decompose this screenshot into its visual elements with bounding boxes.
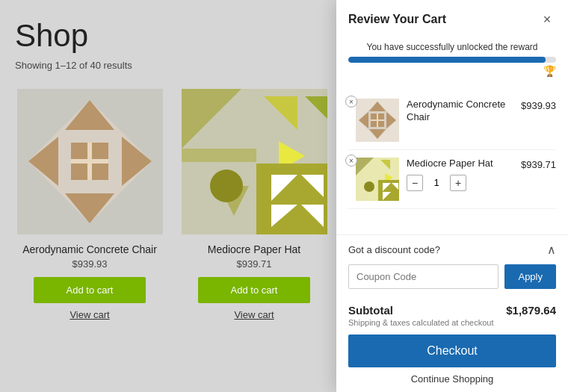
cart-overlay: Review Your Cart × You have successfully… xyxy=(336,0,568,392)
chevron-up-icon: ∧ xyxy=(547,243,556,257)
product-pattern-1 xyxy=(17,89,163,234)
subtotal-amount: $1,879.64 xyxy=(506,304,556,317)
svg-rect-35 xyxy=(378,113,384,119)
product-price-1: $939.93 xyxy=(72,258,108,270)
product-price-2: $939.71 xyxy=(237,258,272,270)
subtotal-note: Shipping & taxes calculated at checkout xyxy=(348,318,556,327)
quantity-value-2: 1 xyxy=(429,177,444,188)
discount-label: Got a discount code? xyxy=(348,244,440,255)
reward-bar-fill xyxy=(348,57,546,63)
svg-rect-34 xyxy=(371,113,377,119)
apply-coupon-button[interactable]: Apply xyxy=(504,264,556,289)
cart-item-name-1: Aerodynamic Concrete Chair xyxy=(407,99,513,124)
checkout-button[interactable]: Checkout xyxy=(348,335,556,367)
svg-marker-21 xyxy=(256,164,327,234)
coupon-input[interactable] xyxy=(348,264,498,289)
quantity-control-2: − 1 + xyxy=(407,175,513,191)
reward-progress-bar xyxy=(348,57,556,63)
view-cart-link-2[interactable]: View cart xyxy=(234,309,274,320)
remove-item-2-button[interactable]: × xyxy=(345,155,357,167)
close-cart-button[interactable]: × xyxy=(538,10,556,28)
svg-rect-7 xyxy=(71,143,88,160)
cart-header: Review Your Cart × xyxy=(336,0,568,36)
svg-point-42 xyxy=(364,181,374,192)
reward-text: You have successfully unlocked the rewar… xyxy=(348,42,556,52)
remove-item-1-button[interactable]: × xyxy=(345,96,357,108)
product-image-2 xyxy=(182,89,327,234)
cart-item-thumb-2 xyxy=(356,158,399,201)
product-name-2: Mediocre Paper Hat xyxy=(208,243,301,255)
svg-rect-36 xyxy=(371,121,377,127)
product-name-1: Aerodynamic Concrete Chair xyxy=(22,243,157,255)
cart-item-1: × Aerodynamic Concrete Chair xyxy=(348,91,556,150)
cart-item-price-2: $939.71 xyxy=(521,158,556,170)
product-image-1 xyxy=(17,89,163,234)
cart-item-thumb-1 xyxy=(356,99,399,142)
product-pattern-2 xyxy=(182,89,327,234)
cart-items-list: × Aerodynamic Concrete Chair xyxy=(336,85,568,234)
cart-item-info-1: Aerodynamic Concrete Chair xyxy=(407,99,513,127)
svg-rect-12 xyxy=(71,159,108,162)
quantity-decrease-button-2[interactable]: − xyxy=(407,175,423,191)
reward-section: You have successfully unlocked the rewar… xyxy=(336,36,568,85)
cart-item-name-2: Mediocre Paper Hat xyxy=(407,158,513,170)
continue-shopping-button[interactable]: Continue Shopping xyxy=(348,373,556,388)
svg-rect-8 xyxy=(92,143,108,160)
add-to-cart-button-2[interactable]: Add to cart xyxy=(198,277,310,303)
svg-rect-10 xyxy=(92,164,108,180)
cart-title: Review Your Cart xyxy=(348,13,446,26)
discount-section: Got a discount code? ∧ Apply xyxy=(336,234,568,296)
reward-trophy-icon: 🏆 xyxy=(543,65,556,77)
subtotal-label: Subtotal xyxy=(348,304,393,317)
cart-item-2: × Mediocre Paper Hat − 1 xyxy=(348,150,556,209)
cart-item-price-1: $939.93 xyxy=(521,99,556,111)
svg-point-20 xyxy=(210,169,243,202)
product-card-2: Mediocre Paper Hat $939.71 Add to cart V… xyxy=(179,89,329,320)
svg-rect-37 xyxy=(378,121,384,127)
cart-item-info-2: Mediocre Paper Hat − 1 + xyxy=(407,158,513,191)
product-card-1: Aerodynamic Concrete Chair $939.93 Add t… xyxy=(15,89,164,320)
svg-rect-26 xyxy=(182,149,256,162)
coupon-row: Apply xyxy=(348,264,556,289)
subtotal-row: Subtotal $1,879.64 xyxy=(348,304,556,317)
quantity-increase-button-2[interactable]: + xyxy=(450,175,466,191)
svg-rect-9 xyxy=(71,164,88,180)
view-cart-link-1[interactable]: View cart xyxy=(70,309,109,320)
discount-header[interactable]: Got a discount code? ∧ xyxy=(348,243,556,257)
add-to-cart-button-1[interactable]: Add to cart xyxy=(34,277,146,303)
subtotal-section: Subtotal $1,879.64 Shipping & taxes calc… xyxy=(336,296,568,392)
